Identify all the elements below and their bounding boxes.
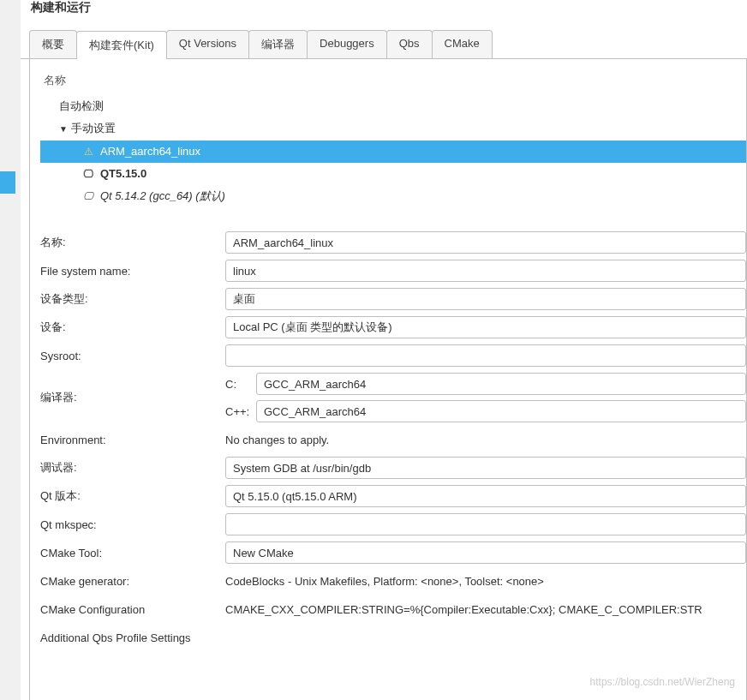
qtver-select[interactable] — [225, 485, 746, 507]
debugger-select[interactable] — [225, 457, 746, 479]
tree-group-manual-label: 手动设置 — [71, 122, 116, 135]
mkspec-input[interactable] — [225, 513, 746, 535]
tree-item-label: ARM_aarch64_linux — [100, 145, 200, 158]
mkspec-label: Qt mkspec: — [40, 518, 225, 531]
tab-qtversions[interactable]: Qt Versions — [166, 30, 249, 58]
tab-overview[interactable]: 概要 — [29, 30, 77, 58]
tree-item-arm[interactable]: ⚠ARM_aarch64_linux — [40, 141, 746, 163]
page-title: 构建和运行 — [21, 0, 747, 21]
cmakegen-value: CodeBlocks - Unix Makefiles, Platform: <… — [225, 571, 746, 591]
left-accent-bar — [0, 171, 15, 194]
sysroot-label: Sysroot: — [40, 350, 225, 362]
env-value: No changes to apply. — [225, 430, 746, 450]
warning-icon: ⚠ — [81, 142, 95, 161]
tree-header[interactable]: 名称 — [40, 69, 746, 95]
main-panel: 构建和运行 概要 构建套件(Kit) Qt Versions 编译器 Debug… — [21, 0, 747, 700]
tab-bar: 概要 构建套件(Kit) Qt Versions 编译器 Debuggers Q… — [21, 21, 747, 59]
tree-item-qt5150[interactable]: 🖵QT5.15.0 — [40, 163, 746, 185]
debugger-label: 调试器: — [40, 460, 225, 476]
watermark: https://blog.csdn.net/WierZheng — [590, 676, 735, 688]
env-label: Environment: — [40, 434, 225, 446]
name-label: 名称: — [40, 235, 225, 250]
cxx-label: C++: — [225, 405, 256, 418]
tree-item-qt5142[interactable]: 🖵Qt 5.14.2 (gcc_64) (默认) — [40, 185, 746, 207]
tab-compilers[interactable]: 编译器 — [248, 30, 308, 58]
tab-qbs[interactable]: Qbs — [386, 30, 433, 58]
kit-form: 名称: File system name: 设备类型: 设备: Sysroot: — [40, 231, 746, 649]
devtype-label: 设备类型: — [40, 291, 225, 307]
content-area: 名称 自动检测 ▼手动设置 ⚠ARM_aarch64_linux 🖵QT5.15… — [29, 59, 747, 700]
monitor-icon: 🖵 — [81, 187, 95, 206]
c-compiler-select[interactable] — [256, 373, 746, 395]
c-label: C: — [225, 378, 256, 391]
tab-kit[interactable]: 构建套件(Kit) — [76, 31, 167, 59]
cmakeconf-value: CMAKE_CXX_COMPILER:STRING=%{Compiler:Exe… — [225, 600, 746, 619]
device-label: 设备: — [40, 320, 225, 335]
cmaketool-label: CMake Tool: — [40, 547, 225, 559]
tab-cmake[interactable]: CMake — [432, 30, 493, 58]
tree-item-label: QT5.15.0 — [100, 167, 146, 180]
kit-tree: 自动检测 ▼手动设置 ⚠ARM_aarch64_linux 🖵QT5.15.0 … — [40, 95, 746, 207]
tree-item-label: Qt 5.14.2 (gcc_64) (默认) — [100, 189, 225, 202]
cmaketool-select[interactable] — [225, 541, 746, 564]
qtver-label: Qt 版本: — [40, 488, 225, 504]
compiler-label: 编译器: — [40, 390, 225, 405]
chevron-down-icon: ▼ — [59, 120, 68, 139]
fsname-input[interactable] — [225, 260, 746, 282]
cmakeconf-label: CMake Configuration — [40, 603, 225, 616]
tree-group-auto[interactable]: 自动检测 — [40, 95, 746, 117]
monitor-icon: 🖵 — [81, 165, 95, 183]
sysroot-input[interactable] — [225, 344, 746, 367]
device-select[interactable] — [225, 316, 746, 338]
cmakegen-label: CMake generator: — [40, 575, 225, 588]
devtype-select[interactable] — [225, 288, 746, 310]
tab-debuggers[interactable]: Debuggers — [307, 30, 387, 58]
qbs-profile-label: Additional Qbs Profile Settings — [40, 631, 200, 644]
tree-group-auto-label: 自动检测 — [59, 99, 104, 112]
tree-group-manual[interactable]: ▼手动设置 — [40, 117, 746, 141]
fsname-label: File system name: — [40, 265, 225, 278]
name-input[interactable] — [225, 231, 746, 254]
cxx-compiler-select[interactable] — [256, 400, 746, 422]
